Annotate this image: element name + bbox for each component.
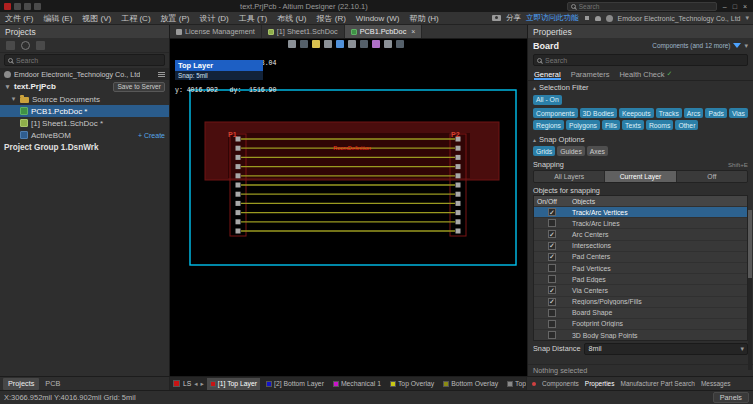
- layer-tab-bottom[interactable]: [2] Bottom Layer: [263, 378, 327, 390]
- undo-icon[interactable]: [24, 3, 31, 10]
- magnet-icon[interactable]: [324, 40, 332, 48]
- sync-icon[interactable]: [21, 41, 30, 50]
- scrollbar-thumb[interactable]: [748, 210, 752, 278]
- menu-project[interactable]: 工程 (C): [116, 13, 155, 24]
- filter-keepouts-button[interactable]: Keepouts: [619, 108, 654, 118]
- filter-vias-button[interactable]: Vias: [729, 108, 748, 118]
- room-definition-label[interactable]: RoomDefinition: [333, 145, 371, 151]
- layers-icon[interactable]: [396, 40, 404, 48]
- checkbox[interactable]: ✓: [548, 242, 556, 250]
- pcb-canvas[interactable]: P1 P2 RoomDefinition x: 3066.953 dx: -12…: [170, 39, 527, 376]
- account-chevron-icon[interactable]: ▾: [745, 14, 749, 22]
- properties-search-input[interactable]: [545, 57, 744, 64]
- checkbox[interactable]: ✓: [548, 230, 556, 238]
- tab-projects[interactable]: Projects: [3, 378, 39, 390]
- filter-other-button[interactable]: Other: [675, 120, 698, 130]
- filter-3d-bodies-button[interactable]: 3D Bodies: [580, 108, 617, 118]
- pad[interactable]: [456, 146, 461, 151]
- notifications-icon[interactable]: [595, 16, 601, 21]
- grid-icon[interactable]: [312, 40, 320, 48]
- save-to-server-button[interactable]: Save to Server: [113, 82, 165, 92]
- collapse-icon[interactable]: ▴: [533, 84, 536, 91]
- pad[interactable]: [456, 155, 461, 160]
- filter-texts-button[interactable]: Texts: [622, 120, 644, 130]
- checkbox[interactable]: [548, 275, 556, 283]
- pad[interactable]: [236, 229, 241, 234]
- layer-tab-mechanical1[interactable]: Mechanical 1: [330, 378, 384, 390]
- guides-button[interactable]: Guides: [557, 146, 585, 156]
- all-layers-segment[interactable]: All Layers: [534, 171, 605, 182]
- table-row[interactable]: Footprint Origins: [534, 318, 747, 329]
- maximize-button[interactable]: □: [733, 3, 737, 10]
- menu-file[interactable]: 文件 (F): [0, 13, 38, 24]
- user-avatar-icon[interactable]: [606, 15, 613, 22]
- section-snap-options[interactable]: ▴ Snap Options: [528, 133, 753, 145]
- minimize-button[interactable]: –: [723, 3, 727, 10]
- menu-route[interactable]: 布线 (U): [272, 13, 311, 24]
- save-icon[interactable]: [14, 3, 21, 10]
- collapse-icon[interactable]: ▴: [533, 136, 536, 143]
- layer-tab-top-paste[interactable]: Top Paste: [504, 378, 527, 390]
- menu-place[interactable]: 放置 (P): [156, 13, 195, 24]
- tab-pcb[interactable]: PCB: [40, 378, 65, 390]
- account-company-label[interactable]: Emdoor Electronic_Technology Co., Ltd: [618, 15, 741, 22]
- menu-help[interactable]: 帮助 (H): [404, 13, 443, 24]
- table-row[interactable]: ✓Regions/Polygons/Fills: [534, 296, 747, 307]
- document-icon[interactable]: [6, 41, 15, 50]
- filter-regions-button[interactable]: Regions: [533, 120, 564, 130]
- filter-rooms-button[interactable]: Rooms: [646, 120, 674, 130]
- table-row[interactable]: ✓Intersections: [534, 240, 747, 251]
- section-selection-filter[interactable]: ▴ Selection Filter: [528, 81, 753, 93]
- filter-arcs-button[interactable]: Arcs: [684, 108, 704, 118]
- close-tab-icon[interactable]: ×: [411, 28, 415, 35]
- pad[interactable]: [236, 155, 241, 160]
- pad[interactable]: [456, 164, 461, 169]
- panels-button[interactable]: Panels: [713, 392, 749, 403]
- table-row[interactable]: Track/Arc Lines: [534, 217, 747, 228]
- all-on-button[interactable]: All - On: [533, 95, 562, 105]
- area-select-icon[interactable]: [300, 40, 308, 48]
- filter-polygons-button[interactable]: Polygons: [566, 120, 600, 130]
- filter-fills-button[interactable]: Fills: [602, 120, 620, 130]
- menu-view[interactable]: 视图 (V): [77, 13, 116, 24]
- pad[interactable]: [236, 201, 241, 206]
- snap-distance-select[interactable]: 8mil ▾: [584, 343, 748, 355]
- tree-item-source-documents[interactable]: ▾ Source Documents: [0, 93, 169, 105]
- workspace-menu-icon[interactable]: [158, 72, 165, 77]
- workspace-row[interactable]: Emdoor Electronic_Technology Co., Ltd: [0, 68, 169, 80]
- pad[interactable]: [456, 201, 461, 206]
- checkbox[interactable]: ✓: [548, 286, 556, 294]
- menu-window[interactable]: Window (W): [351, 14, 405, 23]
- layer-tab-bottom-overlay[interactable]: Bottom Overlay: [440, 378, 501, 390]
- axes-button[interactable]: Axes: [587, 146, 608, 156]
- pad[interactable]: [236, 173, 241, 178]
- scroll-left-icon[interactable]: ◂: [194, 380, 197, 388]
- table-row[interactable]: 3D Body Snap Points: [534, 329, 747, 340]
- off-segment[interactable]: Off: [677, 171, 747, 182]
- scrollbar[interactable]: [748, 210, 752, 370]
- tab-license-management[interactable]: License Management: [170, 25, 262, 38]
- origin-icon[interactable]: [336, 40, 344, 48]
- tab-manufacturer-part-search[interactable]: Manufacturer Part Search: [620, 380, 694, 387]
- via-icon[interactable]: [360, 40, 368, 48]
- projects-search-input[interactable]: [16, 57, 161, 64]
- promo-link[interactable]: 立即访问此功能: [526, 13, 579, 23]
- pad[interactable]: [456, 219, 461, 224]
- pad[interactable]: [236, 164, 241, 169]
- close-button[interactable]: ×: [743, 3, 747, 10]
- global-search-input[interactable]: [579, 3, 713, 10]
- global-search[interactable]: [567, 2, 717, 11]
- tree-item-project[interactable]: ▾ text.PrjPcb Save to Server: [0, 80, 169, 93]
- projects-search[interactable]: [4, 54, 165, 66]
- tree-item-project-group[interactable]: Project Group 1.DsnWrk: [0, 141, 169, 154]
- create-link[interactable]: + Create: [138, 132, 165, 139]
- pad[interactable]: [236, 219, 241, 224]
- table-row[interactable]: Pad Vertices: [534, 262, 747, 273]
- checkbox[interactable]: [548, 331, 556, 339]
- pad[interactable]: [236, 183, 241, 188]
- pad[interactable]: [456, 183, 461, 188]
- apps-icon[interactable]: [584, 15, 590, 21]
- table-row[interactable]: Pad Edges: [534, 273, 747, 284]
- checkbox[interactable]: [548, 309, 556, 317]
- pad[interactable]: [456, 210, 461, 215]
